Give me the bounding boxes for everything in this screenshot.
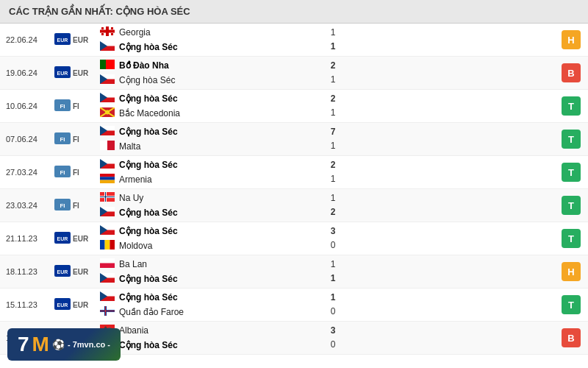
table-row: 18.11.23 EUR EUR Ba Lan Cộng hòa Séc 1 1… bbox=[0, 255, 588, 289]
match-date: 18.11.23 bbox=[0, 264, 51, 279]
result-badge: B bbox=[562, 63, 581, 82]
team1-row: 🦅 Albania bbox=[100, 323, 318, 338]
competition-label: FI bbox=[73, 102, 79, 110]
competition-label: FI bbox=[73, 202, 79, 210]
competition-flag-icon: FI bbox=[54, 99, 71, 113]
header: CÁC TRẬN GẦN NHẤT: CỘNG HÒA SÉC bbox=[0, 0, 588, 24]
match-teams: Cộng hòa Séc Malta bbox=[96, 123, 322, 155]
team2-row: Malta bbox=[100, 139, 318, 154]
score2: 0 bbox=[322, 238, 344, 252]
team1-row: Ba Lan bbox=[100, 257, 318, 272]
watermark: 7 M ⚽ - 7mvn.co - bbox=[7, 328, 121, 361]
match-teams: Bồ Đào Nha Cộng hòa Séc bbox=[96, 57, 322, 89]
table-row: 10.06.24 FI FI Cộng hòa Séc Bắc Macedoni… bbox=[0, 90, 588, 123]
svg-rect-60 bbox=[110, 240, 115, 250]
score1: 2 bbox=[322, 158, 344, 172]
team1-name: Cộng hòa Séc bbox=[119, 160, 178, 170]
svg-rect-8 bbox=[111, 33, 113, 35]
svg-rect-5 bbox=[101, 27, 104, 29]
score1: 2 bbox=[322, 59, 344, 73]
svg-rect-14 bbox=[100, 60, 106, 69]
svg-rect-6 bbox=[111, 27, 113, 29]
score1: 1 bbox=[322, 258, 344, 272]
match-scores: 1 1 bbox=[322, 258, 344, 286]
matches-list: 22.06.24 EUR EUR Georgia Cộng hòa Séc 1 … bbox=[0, 24, 588, 355]
match-scores: 1 2 bbox=[322, 191, 344, 219]
score1: 7 bbox=[322, 125, 344, 139]
team2-name: Moldova bbox=[119, 241, 152, 251]
svg-rect-33 bbox=[100, 141, 107, 150]
score1: 3 bbox=[322, 324, 344, 338]
svg-rect-7 bbox=[101, 33, 104, 35]
score1: 3 bbox=[322, 224, 344, 238]
team2-name: Cộng hòa Séc bbox=[119, 274, 178, 284]
team1-row: Cộng hòa Séc bbox=[100, 124, 318, 139]
match-competition: EUR EUR bbox=[51, 263, 96, 280]
score2: 1 bbox=[322, 139, 344, 153]
match-teams: Georgia Cộng hòa Séc bbox=[96, 24, 322, 56]
match-scores: 2 1 bbox=[322, 59, 344, 87]
table-row: 19.06.24 EUR EUR Bồ Đào Nha Cộng hòa Séc… bbox=[0, 57, 588, 90]
score2: 2 bbox=[322, 205, 344, 219]
competition-flag-icon: EUR bbox=[54, 232, 71, 246]
svg-text:FI: FI bbox=[60, 136, 65, 143]
table-row: 15.11.23 EUR EUR Cộng hòa Séc Quần đảo F… bbox=[0, 289, 588, 322]
team1-flag-icon bbox=[100, 225, 115, 237]
match-date: 22.06.24 bbox=[0, 32, 51, 47]
table-row: 07.06.24 FI FI Cộng hòa Séc Malta 7 1 T bbox=[0, 123, 588, 156]
match-teams: 🦅 Albania Cộng hòa Séc bbox=[96, 322, 322, 354]
team2-flag-icon bbox=[100, 240, 115, 252]
watermark-M: M bbox=[32, 334, 49, 355]
team2-flag-icon bbox=[100, 74, 115, 86]
team1-row: Cộng hòa Séc bbox=[100, 158, 318, 172]
table-row: 22.06.24 EUR EUR Georgia Cộng hòa Séc 1 … bbox=[0, 24, 588, 57]
competition-label: FI bbox=[73, 135, 79, 144]
table-row: 27.03.24 FI FI Cộng hòa Séc Armenia 2 1 … bbox=[0, 156, 588, 189]
score1: 1 bbox=[322, 26, 344, 40]
result-badge: T bbox=[562, 130, 581, 149]
team1-name: Ba Lan bbox=[119, 259, 147, 269]
result-badge: T bbox=[562, 196, 581, 215]
svg-text:EUR: EUR bbox=[57, 269, 68, 275]
team1-name: Cộng hòa Séc bbox=[119, 226, 178, 236]
watermark-ball: ⚽ bbox=[52, 339, 65, 350]
match-date: 19.06.24 bbox=[0, 66, 51, 80]
svg-rect-58 bbox=[100, 240, 105, 250]
team1-row: Cộng hòa Séc bbox=[100, 224, 318, 238]
match-teams: Na Uy Cộng hòa Séc bbox=[96, 189, 322, 222]
team2-row: Bắc Macedonia bbox=[100, 106, 318, 121]
watermark-url: - 7mvn.co - bbox=[68, 340, 110, 349]
team2-name: Malta bbox=[119, 141, 140, 152]
match-teams: Cộng hòa Séc Quần đảo Faroe bbox=[96, 289, 322, 321]
team1-row: Cộng hòa Séc bbox=[100, 91, 318, 106]
table-row: 23.03.24 FI FI Na Uy Cộng hòa Séc 1 2 T bbox=[0, 189, 588, 222]
team2-name: Armenia bbox=[119, 174, 152, 185]
team2-name: Bắc Macedonia bbox=[119, 108, 180, 118]
match-scores: 3 0 bbox=[322, 224, 344, 252]
competition-label: FI bbox=[73, 169, 79, 177]
result-badge: T bbox=[562, 295, 581, 314]
team2-name: Cộng hòa Séc bbox=[119, 340, 178, 350]
svg-text:EUR: EUR bbox=[57, 302, 68, 308]
team1-row: Na Uy bbox=[100, 191, 318, 205]
score2: 1 bbox=[322, 73, 344, 87]
team1-name: Georgia bbox=[119, 27, 151, 38]
match-scores: 2 1 bbox=[322, 158, 344, 186]
team2-flag-icon bbox=[100, 174, 115, 185]
score2: 0 bbox=[322, 338, 344, 352]
match-teams: Cộng hòa Séc Moldova bbox=[96, 222, 322, 255]
score1: 1 bbox=[322, 291, 344, 305]
match-date: 15.11.23 bbox=[0, 297, 51, 312]
competition-label: EUR bbox=[73, 301, 88, 309]
match-date: 07.06.24 bbox=[0, 132, 51, 146]
match-competition: FI FI bbox=[51, 98, 96, 115]
svg-text:FI: FI bbox=[60, 103, 65, 110]
competition-flag-icon: FI bbox=[54, 166, 71, 180]
match-date: 27.03.24 bbox=[0, 165, 51, 180]
competition-flag-icon: FI bbox=[54, 132, 71, 146]
result-badge: T bbox=[562, 229, 581, 248]
competition-label: EUR bbox=[73, 69, 88, 77]
team2-row: Cộng hòa Séc bbox=[100, 272, 318, 286]
team2-flag-icon bbox=[100, 141, 115, 152]
match-competition: EUR EUR bbox=[51, 32, 96, 49]
